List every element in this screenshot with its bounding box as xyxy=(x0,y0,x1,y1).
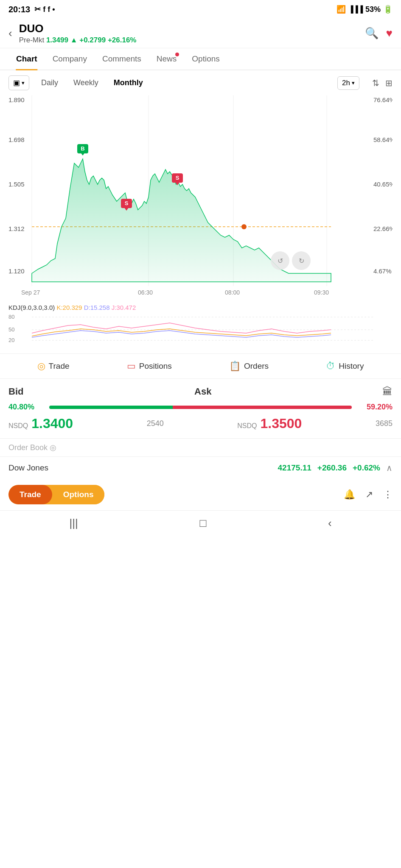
share-icon[interactable]: ↗ xyxy=(365,489,373,500)
timeframe-label: 2h xyxy=(342,79,350,87)
back-button[interactable]: ‹ xyxy=(8,27,12,40)
nav-bar: ||| □ ‹ xyxy=(0,510,401,536)
svg-text:08:00: 08:00 xyxy=(225,289,240,296)
history-icon: ⏱ xyxy=(326,361,335,372)
svg-text:40.65%: 40.65% xyxy=(373,181,393,188)
nav-menu-icon[interactable]: ||| xyxy=(69,517,78,530)
chart-type-icon: ▣ xyxy=(13,78,20,87)
premarket-label: Pre-Mkt xyxy=(19,36,45,44)
tab-options[interactable]: Options xyxy=(184,48,227,70)
tab-news-label: News xyxy=(157,54,177,63)
ask-percent: 59.20% xyxy=(354,403,393,412)
bid-price-block: NSDQ 1.3400 xyxy=(8,416,73,431)
header-actions: 🔍 ♥ xyxy=(365,27,393,40)
alert-icon[interactable]: 🔔 xyxy=(344,489,355,500)
trade-options-button-group: Trade Options xyxy=(8,485,104,504)
chart-svg-container[interactable]: 1.890 1.698 1.505 1.312 1.120 76.64% 58.… xyxy=(8,95,393,300)
ask-label: Ask xyxy=(194,386,211,397)
order-book-section[interactable]: Order Book ◎ xyxy=(0,438,401,456)
svg-text:58.64%: 58.64% xyxy=(373,136,393,143)
premarket-price: 1.3499 xyxy=(46,36,68,44)
time-display: 20:13 xyxy=(8,5,30,14)
ask-price: 1.3500 xyxy=(261,416,302,431)
chart-layout-icon[interactable]: ⊞ xyxy=(385,78,393,88)
dow-jones-price: 42175.11 xyxy=(278,463,311,473)
stock-info: DUO Pre-Mkt 1.3499 ▲ +0.2799 +26.16% xyxy=(19,22,365,45)
svg-text:S: S xyxy=(176,175,179,181)
premarket-arrow: ▲ xyxy=(70,36,80,44)
status-bar: 20:13 ✂ f f • 📶 ▐▐▐ 53% 🔋 xyxy=(0,0,401,19)
bid-label: Bid xyxy=(8,386,23,397)
signal-icon: ▐▐▐ xyxy=(348,6,363,13)
orders-icon: 📋 xyxy=(229,361,241,372)
svg-text:80: 80 xyxy=(8,314,14,320)
battery-icon: 🔋 xyxy=(383,5,393,14)
svg-text:06:30: 06:30 xyxy=(138,289,153,296)
wifi-icon: 📶 xyxy=(337,5,346,14)
svg-text:1.312: 1.312 xyxy=(8,225,25,232)
header: ‹ DUO Pre-Mkt 1.3499 ▲ +0.2799 +26.16% 🔍… xyxy=(0,19,401,48)
svg-text:↺: ↺ xyxy=(278,257,283,264)
chart-indicator-icon[interactable]: ⇅ xyxy=(372,78,379,88)
trade-icon: ◎ xyxy=(37,361,45,372)
kdj-label: KDJ(9.0,3.0,3.0) K:20.329 D:15.258 J:30.… xyxy=(8,304,393,311)
more-icon[interactable]: ⋮ xyxy=(383,489,393,500)
trade-label: Trade xyxy=(49,362,70,371)
timeframe-button[interactable]: 2h ▾ xyxy=(337,76,359,90)
bid-bar xyxy=(49,406,173,409)
svg-text:4.67%: 4.67% xyxy=(373,267,392,275)
chart-type-button[interactable]: ▣ ▾ xyxy=(8,75,29,90)
action-bar: ◎ Trade ▭ Positions 📋 Orders ⏱ History xyxy=(0,353,401,379)
bank-icon: 🏛 xyxy=(382,386,393,398)
stock-symbol: DUO xyxy=(19,22,365,35)
svg-text:Sep 27: Sep 27 xyxy=(21,289,40,296)
news-notification-dot xyxy=(175,53,179,56)
bid-ask-section: Bid Ask 🏛 40.80% 59.20% NSDQ 1.3400 2540… xyxy=(0,379,401,438)
kdj-params: KDJ(9.0,3.0,3.0) xyxy=(8,304,55,311)
dow-jones-pct: +0.62% xyxy=(353,463,380,473)
trade-action[interactable]: ◎ Trade xyxy=(37,361,70,372)
svg-text:76.64%: 76.64% xyxy=(373,96,393,103)
search-button[interactable]: 🔍 xyxy=(365,27,379,40)
dow-jones-collapse-icon[interactable]: ∧ xyxy=(386,463,393,473)
status-right: 📶 ▐▐▐ 53% 🔋 xyxy=(337,5,393,14)
positions-action[interactable]: ▭ Positions xyxy=(127,361,172,372)
tab-chart[interactable]: Chart xyxy=(8,48,45,70)
nav-home-icon[interactable]: □ xyxy=(199,517,206,530)
orders-action[interactable]: 📋 Orders xyxy=(229,361,269,372)
tab-chart-label: Chart xyxy=(16,54,37,63)
svg-text:1.698: 1.698 xyxy=(8,136,25,143)
tab-news[interactable]: News xyxy=(149,48,185,70)
nav-back-icon[interactable]: ‹ xyxy=(328,517,332,530)
chart-area: 1.890 1.698 1.505 1.312 1.120 76.64% 58.… xyxy=(0,95,401,300)
tab-comments[interactable]: Comments xyxy=(95,48,149,70)
svg-text:50: 50 xyxy=(8,326,14,333)
dow-jones-label: Dow Jones xyxy=(8,463,272,473)
svg-text:B: B xyxy=(81,145,84,152)
svg-text:1.890: 1.890 xyxy=(8,96,25,103)
options-button[interactable]: Options xyxy=(52,485,105,504)
history-action[interactable]: ⏱ History xyxy=(326,361,364,372)
status-icons: ✂ f f • xyxy=(34,5,55,14)
tab-bar: Chart Company Comments News Options xyxy=(0,48,401,70)
orders-label: Orders xyxy=(244,362,269,371)
svg-point-19 xyxy=(241,224,247,229)
bid-ask-prices: NSDQ 1.3400 2540 NSDQ 1.3500 3685 xyxy=(8,416,393,431)
ask-bar xyxy=(173,406,352,409)
chart-controls: ▣ ▾ Daily Weekly Monthly 2h ▾ ⇅ ⊞ xyxy=(0,70,401,95)
trade-button[interactable]: Trade xyxy=(8,485,52,504)
bid-percent: 40.80% xyxy=(8,403,47,412)
chart-icon-group: ⇅ ⊞ xyxy=(372,78,393,88)
favorite-button[interactable]: ♥ xyxy=(386,27,393,40)
svg-text:22.66%: 22.66% xyxy=(373,225,393,232)
period-daily[interactable]: Daily xyxy=(38,77,62,89)
svg-text:↻: ↻ xyxy=(299,257,304,264)
period-monthly[interactable]: Monthly xyxy=(110,77,146,89)
dow-jones-change: +260.36 xyxy=(317,463,347,473)
period-weekly[interactable]: Weekly xyxy=(70,77,102,89)
timeframe-dropdown-icon: ▾ xyxy=(352,80,355,86)
bid-price: 1.3400 xyxy=(31,416,73,431)
battery-display: 53% xyxy=(365,5,381,14)
tab-comments-label: Comments xyxy=(102,54,141,63)
tab-company[interactable]: Company xyxy=(45,48,95,70)
